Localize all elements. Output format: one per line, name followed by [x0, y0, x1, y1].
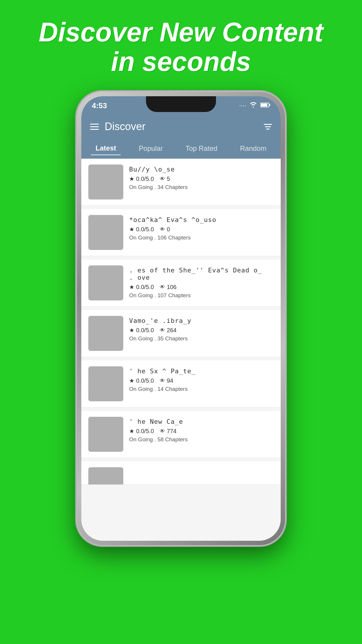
item-title: ' he New Ca_e: [129, 418, 274, 425]
item-status: On Going . 106 Chapters: [129, 235, 274, 241]
header-title: Discover: [105, 120, 145, 133]
item-status: On Going . 34 Chapters: [129, 184, 274, 190]
star-icon: ★: [129, 377, 134, 384]
status-icons: ····: [239, 102, 270, 110]
item-info: . es of the She_'' Eva^s Dead o_ . ove ★…: [129, 265, 274, 299]
item-info: Bu//y \o_se ★ 0.0/5.0 👁 5 On Going . 34 …: [129, 164, 274, 190]
status-time: 4:53: [92, 101, 107, 110]
item-status: On Going . 35 Chapters: [129, 335, 274, 342]
list-item[interactable]: [81, 461, 281, 485]
item-views: 👁 264: [160, 327, 176, 334]
wifi-icon: [249, 102, 257, 110]
star-icon: ★: [129, 226, 134, 233]
item-rating: ★ 0.0/5.0: [129, 175, 154, 182]
item-rating: ★ 0.0/5.0: [129, 377, 154, 384]
list-item[interactable]: . es of the She_'' Eva^s Dead o_ . ove ★…: [81, 260, 281, 307]
star-icon: ★: [129, 428, 134, 435]
battery-icon: [260, 102, 270, 109]
svg-rect-1: [261, 104, 267, 106]
item-rating: ★ 0.0/5.0: [129, 226, 154, 233]
item-rating: ★ 0.0/5.0: [129, 327, 154, 334]
filter-button[interactable]: [264, 124, 272, 130]
phone-notch: [146, 96, 216, 112]
item-status: On Going . 14 Chapters: [129, 386, 274, 392]
item-thumbnail: [88, 164, 123, 200]
svg-rect-2: [269, 104, 270, 106]
eye-icon: 👁: [160, 226, 165, 232]
item-meta: ★ 0.0/5.0 👁 264: [129, 327, 274, 334]
menu-button[interactable]: [90, 124, 99, 130]
signal-icon: ····: [239, 102, 246, 109]
eye-icon: 👁: [160, 378, 165, 384]
item-views: 👁 0: [160, 226, 170, 233]
item-info: Vamo_'e .ibra_y ★ 0.0/5.0 👁 264 On Going…: [129, 316, 274, 342]
star-icon: ★: [129, 284, 134, 290]
item-thumbnail: [88, 265, 123, 300]
item-meta: ★ 0.0/5.0 👁 5: [129, 175, 274, 182]
hero-text: Discover New Content in seconds: [21, 18, 341, 76]
list-item[interactable]: Vamo_'e .ibra_y ★ 0.0/5.0 👁 264 On Going…: [81, 310, 281, 357]
item-title: Bu//y \o_se: [129, 166, 274, 173]
item-title: . es of the She_'' Eva^s Dead o_ . ove: [129, 267, 274, 281]
tab-latest[interactable]: Latest: [91, 142, 121, 155]
eye-icon: 👁: [160, 176, 165, 182]
item-title: *oca^ka^ Eva^s ^o_uso: [129, 216, 274, 223]
item-meta: ★ 0.0/5.0 👁 0: [129, 226, 274, 233]
tab-popular[interactable]: Popular: [134, 142, 168, 155]
item-info: *oca^ka^ Eva^s ^o_uso ★ 0.0/5.0 👁 0 On G…: [129, 215, 274, 241]
app-header: Discover: [81, 115, 281, 138]
item-info: ' he Sx ^ Pa_te_ ★ 0.0/5.0 👁 94 On Going…: [129, 366, 274, 392]
item-title: ' he Sx ^ Pa_te_: [129, 368, 274, 375]
eye-icon: 👁: [160, 428, 165, 434]
item-views: 👁 106: [160, 284, 176, 290]
item-meta: ★ 0.0/5.0 👁 106: [129, 284, 274, 290]
star-icon: ★: [129, 327, 134, 334]
phone-mockup: 4:53 ····: [76, 91, 286, 546]
eye-icon: 👁: [160, 327, 165, 333]
item-thumbnail: [88, 467, 123, 485]
item-views: 👁 774: [160, 428, 176, 435]
item-rating: ★ 0.0/5.0: [129, 428, 154, 435]
content-list: Bu//y \o_se ★ 0.0/5.0 👁 5 On Going . 34 …: [81, 159, 281, 541]
item-info: ' he New Ca_e ★ 0.0/5.0 👁 774 On Going .…: [129, 417, 274, 443]
item-status: On Going . 58 Chapters: [129, 436, 274, 443]
phone-screen: 4:53 ····: [81, 96, 281, 541]
star-icon: ★: [129, 175, 134, 182]
tab-random[interactable]: Random: [235, 142, 271, 155]
eye-icon: 👁: [160, 284, 165, 290]
tab-top-rated[interactable]: Top Rated: [181, 142, 222, 155]
tabs-bar: Latest Popular Top Rated Random: [81, 138, 281, 159]
list-item[interactable]: Bu//y \o_se ★ 0.0/5.0 👁 5 On Going . 34 …: [81, 159, 281, 206]
item-thumbnail: [88, 215, 123, 250]
list-item[interactable]: ' he New Ca_e ★ 0.0/5.0 👁 774 On Going .…: [81, 411, 281, 458]
item-status: On Going . 107 Chapters: [129, 292, 274, 299]
list-item[interactable]: *oca^ka^ Eva^s ^o_uso ★ 0.0/5.0 👁 0 On G…: [81, 209, 281, 256]
item-title: Vamo_'e .ibra_y: [129, 317, 274, 324]
item-views: 👁 94: [160, 377, 173, 384]
list-item[interactable]: ' he Sx ^ Pa_te_ ★ 0.0/5.0 👁 94 On Going…: [81, 360, 281, 407]
item-info: [129, 467, 274, 471]
item-thumbnail: [88, 366, 123, 401]
item-meta: ★ 0.0/5.0 👁 94: [129, 377, 274, 384]
item-meta: ★ 0.0/5.0 👁 774: [129, 428, 274, 435]
item-thumbnail: [88, 417, 123, 452]
item-views: 👁 5: [160, 176, 170, 182]
item-rating: ★ 0.0/5.0: [129, 284, 154, 290]
header-left: Discover: [90, 120, 145, 133]
item-thumbnail: [88, 316, 123, 351]
hero-line2: in seconds: [111, 47, 251, 76]
hero-line1: Discover New Content: [39, 17, 323, 47]
